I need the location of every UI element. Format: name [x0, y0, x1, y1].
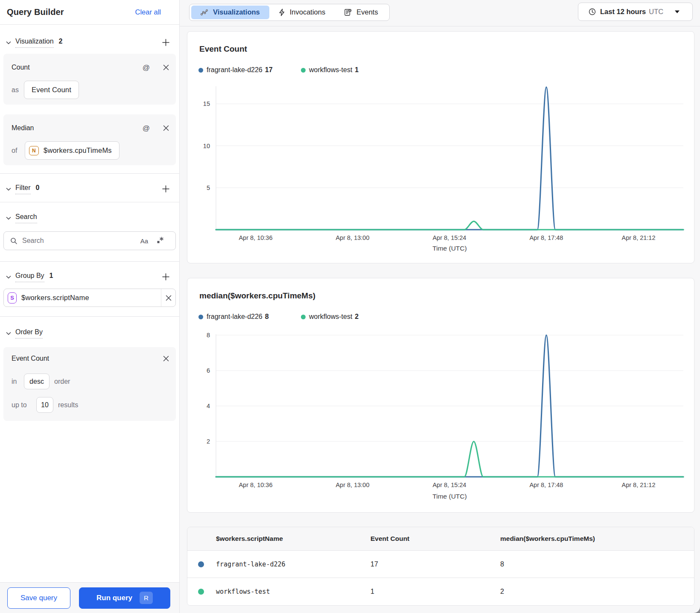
cell-script-name: workflows-test [216, 588, 270, 595]
table-body: fragrant-lake-d226178workflows-test12 [187, 551, 694, 605]
add-group-by-button[interactable] [162, 273, 170, 281]
svg-text:15: 15 [203, 100, 210, 107]
caret-down-icon [674, 10, 680, 14]
save-query-button[interactable]: Save query [7, 587, 70, 609]
sort-direction-select[interactable]: desc [24, 374, 50, 389]
match-case-icon[interactable]: Aa [140, 237, 148, 245]
filter-section-label: Filter [15, 184, 31, 194]
query-builder-sidebar: Query Builder Clear all Visualization 2 … [0, 0, 180, 613]
series-color-dot [198, 561, 204, 567]
table-header-row: $workers.scriptName Event Count median($… [187, 527, 694, 551]
document-icon [344, 9, 352, 16]
median-cpu-chart[interactable]: 2468Apr 8, 10:36Apr 8, 13:00Apr 8, 15:24… [187, 278, 695, 513]
order-by-field-label: Event Count [12, 355, 49, 362]
svg-text:Apr 8, 17:48: Apr 8, 17:48 [529, 482, 563, 488]
cell-event-count: 17 [370, 560, 378, 568]
order-label: order [54, 378, 70, 385]
at-icon[interactable]: @ [143, 64, 150, 71]
tab-label: Visualizations [213, 8, 260, 16]
median-field-value: $workers.cpuTimeMs [44, 146, 112, 155]
number-type-icon: N [29, 146, 39, 155]
search-input[interactable]: Search Aa [3, 231, 176, 250]
visualization-card-count: Count @ as Event Count [3, 54, 176, 105]
of-label: of [12, 147, 19, 155]
as-label: as [12, 86, 19, 94]
tab-invocations[interactable]: Invocations [269, 6, 335, 19]
series-color-dot [198, 589, 204, 595]
cell-median: 8 [500, 560, 504, 568]
tab-visualizations[interactable]: Visualizations [191, 6, 269, 19]
add-visualization-button[interactable] [162, 38, 170, 47]
add-filter-button[interactable] [162, 185, 170, 193]
limit-input[interactable]: 10 [36, 397, 53, 413]
search-section-header: Search [0, 213, 179, 223]
svg-text:Apr 8, 13:00: Apr 8, 13:00 [335, 234, 369, 241]
time-range-label: Last 12 hours [600, 8, 646, 16]
remove-median-button[interactable] [163, 125, 169, 131]
search-section-label: Search [15, 213, 37, 223]
main-area: VisualizationsInvocationsEvents Last 12 … [180, 0, 700, 613]
run-query-button[interactable]: Run query R [79, 587, 170, 609]
filter-section-header: Filter 0 [0, 184, 179, 194]
svg-text:Apr 8, 10:36: Apr 8, 10:36 [239, 234, 272, 241]
svg-text:Apr 8, 21:12: Apr 8, 21:12 [621, 234, 655, 241]
clock-icon [589, 8, 596, 15]
visualization-section-header: Visualization 2 [0, 37, 179, 48]
lightning-icon [279, 9, 285, 16]
chevron-down-icon[interactable] [6, 330, 12, 336]
string-type-icon: S [8, 292, 17, 304]
at-icon[interactable]: @ [143, 125, 150, 132]
group-by-field-value: $workers.scriptName [21, 294, 89, 302]
time-range-select[interactable]: Last 12 hours UTC [578, 3, 693, 21]
up-to-label: up to [12, 401, 36, 409]
event-count-chart-card: Event Count fragrant-lake-d22617workflow… [187, 31, 694, 263]
svg-text:Apr 8, 15:24: Apr 8, 15:24 [432, 482, 466, 488]
chevron-down-icon[interactable] [6, 40, 12, 46]
sidebar-body: Visualization 2 Count @ [0, 25, 179, 582]
results-table: $workers.scriptName Event Count median($… [187, 527, 694, 606]
svg-text:Apr 8, 10:36: Apr 8, 10:36 [239, 482, 272, 488]
chevron-down-icon[interactable] [6, 274, 12, 280]
remove-count-button[interactable] [163, 64, 169, 71]
tab-events[interactable]: Events [335, 6, 387, 19]
order-by-card: Event Count in desc order up to 10 resul… [3, 347, 176, 421]
group-by-item[interactable]: S $workers.scriptName [3, 289, 176, 307]
topbar: VisualizationsInvocationsEvents Last 12 … [180, 0, 700, 26]
search-icon [10, 237, 18, 245]
search-placeholder: Search [22, 237, 140, 245]
count-alias-field[interactable]: Event Count [24, 81, 79, 99]
svg-text:Apr 8, 13:00: Apr 8, 13:00 [335, 482, 369, 488]
table-row[interactable]: workflows-test12 [187, 578, 694, 605]
chevron-down-icon[interactable] [6, 186, 12, 192]
cell-median: 2 [500, 588, 504, 595]
app: Query Builder Clear all Visualization 2 … [0, 0, 700, 613]
median-cpu-chart-card: median($workers.cpuTimeMs) fragrant-lake… [187, 278, 694, 513]
chevron-down-icon[interactable] [6, 215, 12, 221]
group-by-section-header: Group By 1 [0, 271, 179, 282]
sidebar-footer: Save query Run query R [0, 582, 179, 613]
timezone-label: UTC [649, 8, 663, 16]
cell-script-name: fragrant-lake-d226 [216, 560, 286, 568]
sidebar-header: Query Builder Clear all [0, 0, 179, 25]
regex-icon[interactable] [157, 236, 164, 245]
group-by-count: 1 [50, 272, 53, 280]
visualization-card-median: Median @ of N $workers.cpuTimeMs [3, 114, 176, 165]
visualization-fn-label: Count [12, 64, 30, 71]
results-label: results [58, 401, 78, 409]
svg-text:Apr 8, 21:12: Apr 8, 21:12 [621, 482, 655, 488]
svg-text:Apr 8, 17:48: Apr 8, 17:48 [529, 234, 563, 241]
event-count-chart[interactable]: 51015Apr 8, 10:36Apr 8, 13:00Apr 8, 15:2… [187, 32, 695, 264]
remove-order-by-button[interactable] [163, 355, 169, 362]
table-row[interactable]: fragrant-lake-d226178 [187, 551, 694, 578]
svg-text:8: 8 [207, 332, 210, 339]
clear-all-link[interactable]: Clear all [135, 8, 161, 16]
visualization-section-label: Visualization [15, 37, 54, 48]
column-header-event-count: Event Count [370, 535, 409, 543]
remove-group-by-button[interactable] [161, 289, 175, 306]
order-by-section-label: Order By [15, 328, 43, 339]
run-query-label: Run query [96, 594, 132, 602]
median-field-selector[interactable]: N $workers.cpuTimeMs [25, 141, 120, 160]
svg-text:5: 5 [207, 184, 210, 191]
tab-label: Invocations [290, 8, 325, 16]
chart-line-icon [201, 9, 208, 16]
